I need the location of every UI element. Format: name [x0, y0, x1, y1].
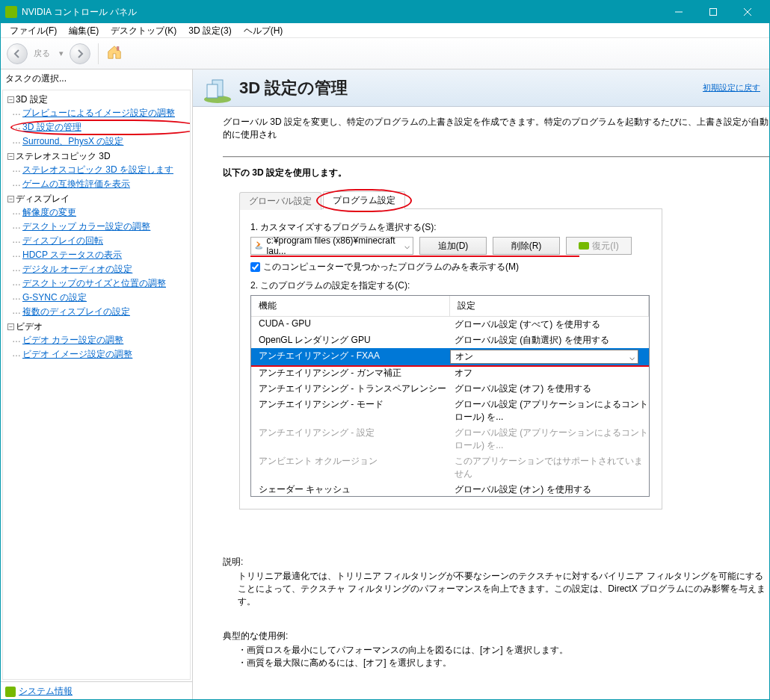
tree-link[interactable]: ビデオ イメージ設定の調整	[22, 347, 188, 362]
tree-link[interactable]: 複数のディスプレイの設定	[22, 305, 188, 319]
back-dropdown[interactable]: ▾	[59, 49, 64, 58]
nvidia-icon	[579, 242, 589, 250]
tree-link[interactable]: 解像度の変更	[22, 205, 188, 220]
setting-cell: グローバル設定 (オン) を使用する	[450, 483, 649, 496]
menu-help[interactable]: ヘルプ(H)	[238, 23, 289, 37]
collapse-icon[interactable]: −	[7, 196, 14, 202]
titlebar: NVIDIA コントロール パネル	[1, 1, 769, 23]
table-row[interactable]: アンチエイリアシング - トランスペアレンシーグローバル設定 (オフ) を使用す…	[251, 381, 649, 397]
menu-edit[interactable]: 編集(E)	[63, 23, 105, 37]
remove-button[interactable]: 削除(R)	[493, 237, 560, 255]
tab-global[interactable]: グローバル設定	[239, 192, 321, 210]
tab-panel: 1. カスタマイズするプログラムを選択する(S): c:¥program fil…	[239, 208, 662, 509]
tree-link[interactable]: デスクトップ カラー設定の調整	[22, 220, 188, 234]
back-button[interactable]	[7, 43, 28, 64]
tree-category[interactable]: −ビデオ	[7, 320, 188, 333]
tree-link[interactable]: プレビューによるイメージ設定の調整	[22, 106, 188, 120]
menu-file[interactable]: ファイル(F)	[4, 23, 63, 37]
task-select-label: タスクの選択...	[1, 69, 192, 88]
col-setting[interactable]: 設定	[450, 296, 649, 316]
sidebar: タスクの選択... −3D 設定プレビューによるイメージ設定の調整3D 設定の管…	[1, 69, 193, 700]
desc-heading: 説明:	[223, 556, 769, 569]
highlight-underline	[250, 255, 579, 257]
collapse-icon[interactable]: −	[7, 323, 14, 330]
show-found-only-input[interactable]	[250, 262, 260, 272]
tree-category[interactable]: −ディスプレイ	[7, 193, 188, 205]
back-label: 戻る	[34, 48, 50, 59]
setting-cell: グローバル設定 (オフ) を使用する	[450, 382, 649, 395]
content-header: 3D 設定の管理 初期設定に戻す	[193, 69, 769, 107]
tree-link[interactable]: G-SYNC の設定	[22, 291, 188, 305]
tree-link[interactable]: HDCP ステータスの表示	[22, 248, 188, 262]
close-button[interactable]	[730, 1, 765, 23]
tree-link[interactable]: ゲームの互換性評価を表示	[22, 177, 188, 191]
restore-defaults-link[interactable]: 初期設定に戻す	[703, 82, 760, 93]
tree-link[interactable]: 3D 設定の管理	[22, 120, 188, 134]
program-select[interactable]: c:¥program files (x86)¥minecraft lau... …	[250, 237, 413, 255]
step2-label: 2. このプログラムの設定を指定する(C):	[250, 279, 651, 292]
tree-category[interactable]: −3D 設定	[7, 93, 188, 106]
settings-rows[interactable]: CUDA - GPUグローバル設定 (すべて) を使用するOpenGL レンダリ…	[251, 317, 649, 496]
nav-divider	[98, 43, 99, 64]
system-info-link[interactable]: システム情報	[19, 685, 73, 698]
svg-point-8	[256, 247, 262, 249]
maximize-button[interactable]	[696, 1, 730, 23]
menu-desktop[interactable]: デスクトップ(K)	[105, 23, 182, 37]
table-row[interactable]: アンチエイリアシング - ガンマ補正オフ	[251, 365, 649, 381]
content: 3D 設定の管理 初期設定に戻す グローバル 3D 設定を変更し、特定のプログラ…	[193, 69, 769, 700]
chevron-down-icon: ⌵	[629, 352, 635, 362]
page-description: グローバル 3D 設定を変更し、特定のプログラムの上書き設定を作成できます。特定…	[223, 113, 769, 156]
tree-link[interactable]: ビデオ カラー設定の調整	[22, 333, 188, 347]
tree-category[interactable]: −ステレオスコピック 3D	[7, 150, 188, 163]
tree-link[interactable]: ステレオスコピック 3D を設定します	[22, 163, 188, 177]
menu-3d[interactable]: 3D 設定(3)	[182, 23, 237, 37]
table-row[interactable]: CUDA - GPUグローバル設定 (すべて) を使用する	[251, 317, 649, 332]
setting-cell: グローバル設定 (アプリケーションによるコントロール) を...	[450, 427, 649, 452]
setting-cell[interactable]: オン⌵	[450, 350, 638, 364]
restore-button[interactable]: 復元(I)	[566, 237, 632, 255]
menubar: ファイル(F) 編集(E) デスクトップ(K) 3D 設定(3) ヘルプ(H)	[1, 23, 769, 38]
usage-item: 画質ロスを最小にしてパフォーマンスの向上を図るには、[オン] を選択します。	[238, 644, 769, 657]
nvidia-icon	[5, 687, 16, 697]
navbar: 戻る ▾	[1, 38, 769, 69]
tree-link[interactable]: Surround、PhysX の設定	[22, 134, 188, 149]
collapse-icon[interactable]: −	[7, 96, 14, 103]
settings-table: 機能 設定 CUDA - GPUグローバル設定 (すべて) を使用するOpenG…	[250, 295, 650, 497]
col-feature[interactable]: 機能	[251, 296, 450, 316]
table-row[interactable]: アンチエイリアシング - 設定グローバル設定 (アプリケーションによるコントロー…	[251, 425, 649, 453]
collapse-icon[interactable]: −	[7, 153, 14, 160]
usage-item: 画質を最大限に高めるには、[オフ] を選択します。	[238, 657, 769, 669]
feature-cell: CUDA - GPU	[251, 318, 450, 331]
feature-cell: アンビエント オクルージョン	[251, 455, 450, 480]
tree-link[interactable]: デスクトップのサイズと位置の調整	[22, 276, 188, 291]
page-icon	[202, 72, 233, 104]
table-row[interactable]: アンチエイリアシング - FXAAオン⌵	[251, 348, 649, 365]
setting-cell: このアプリケーションではサポートされていません	[450, 455, 649, 480]
minimize-button[interactable]	[662, 1, 696, 23]
show-found-only-checkbox[interactable]: このコンピューターで見つかったプログラムのみを表示する(M)	[250, 261, 651, 273]
table-row[interactable]: OpenGL レンダリング GPUグローバル設定 (自動選択) を使用する	[251, 332, 649, 348]
feature-cell: アンチエイリアシング - FXAA	[251, 350, 450, 364]
nvidia-icon	[5, 6, 17, 18]
table-row[interactable]: アンビエント オクルージョンこのアプリケーションではサポートされていません	[251, 453, 649, 482]
usage-heading: 典型的な使用例:	[223, 630, 769, 642]
tab-program[interactable]: プログラム設定	[323, 191, 405, 209]
svg-rect-1	[710, 9, 717, 16]
chevron-down-icon: ⌵	[404, 241, 410, 251]
feature-cell: アンチエイリアシング - 設定	[251, 427, 450, 452]
svg-rect-4	[117, 47, 119, 51]
java-icon	[254, 241, 264, 251]
setting-cell: グローバル設定 (すべて) を使用する	[450, 318, 649, 331]
program-path: c:¥program files (x86)¥minecraft lau...	[267, 235, 401, 256]
sidebar-footer: システム情報	[1, 681, 192, 700]
tree-link[interactable]: ディスプレイの回転	[22, 234, 188, 248]
desc-text: トリリニア最適化では、トリリニア フィルタリングが不要なシーンのテクスチャに対す…	[223, 570, 769, 607]
table-row[interactable]: シェーダー キャッシュグローバル設定 (オン) を使用する	[251, 482, 649, 496]
add-button[interactable]: 追加(D)	[419, 237, 487, 255]
tree-link[interactable]: デジタル オーディオの設定	[22, 262, 188, 276]
forward-button[interactable]	[70, 43, 90, 64]
setting-cell: グローバル設定 (自動選択) を使用する	[450, 334, 649, 347]
table-row[interactable]: アンチエイリアシング - モードグローバル設定 (アプリケーションによるコントロ…	[251, 397, 649, 425]
home-button[interactable]	[106, 44, 123, 63]
svg-rect-7	[207, 84, 218, 98]
